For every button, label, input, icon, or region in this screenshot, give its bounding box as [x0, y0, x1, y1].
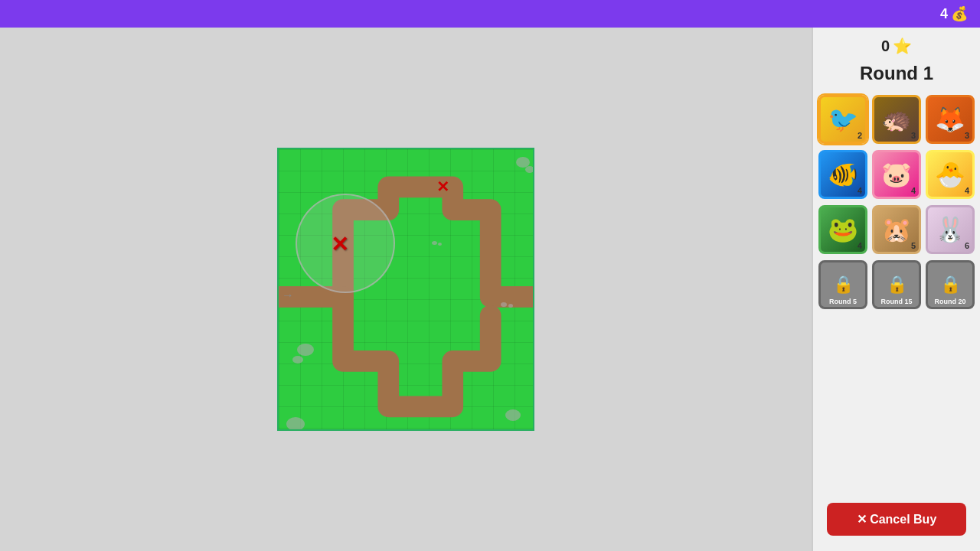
character-row-3: 🐸 4 🐹 5 🐰 6	[818, 205, 975, 254]
decoration-stone	[297, 344, 314, 356]
char-badge-hedgehog: 3	[911, 131, 916, 140]
char-emoji-bunny: 🐰	[935, 217, 965, 242]
locked-card-round5: 🔒 Round 5	[818, 260, 867, 309]
decoration-stone	[505, 409, 521, 421]
char-badge-fox: 3	[965, 131, 969, 140]
char-emoji-fox: 🦊	[935, 107, 965, 132]
map-path-svg	[279, 149, 533, 429]
locked-card-round20: 🔒 Round 20	[926, 260, 975, 309]
char-badge-chick: 4	[965, 186, 969, 195]
char-card-chick[interactable]: 🐣 4	[926, 150, 975, 199]
lock-icon-round20: 🔒	[940, 275, 961, 295]
lock-label-round15: Round 15	[874, 298, 919, 305]
char-emoji-hedgehog: 🦔	[881, 107, 912, 132]
decoration-stone	[286, 417, 305, 431]
currency-icon: 💰	[951, 5, 968, 22]
score-row: 0 ⭐	[881, 37, 912, 55]
locked-card-round15: 🔒 Round 15	[872, 260, 921, 309]
char-badge-bird: 2	[858, 131, 862, 140]
game-map[interactable]: ✕ → ✕	[277, 148, 534, 431]
char-card-fish[interactable]: 🐠 4	[818, 150, 867, 199]
lock-icon-round5: 🔒	[833, 275, 854, 295]
char-card-hamster[interactable]: 🐹 5	[872, 205, 921, 254]
star-icon: ⭐	[893, 37, 912, 55]
char-badge-hamster: 5	[911, 241, 916, 250]
char-badge-frog: 4	[858, 241, 862, 250]
locked-row: 🔒 Round 5 🔒 Round 15 🔒 Round 20	[818, 260, 975, 309]
lock-label-round20: Round 20	[928, 298, 972, 305]
char-badge-pig: 4	[911, 186, 916, 195]
top-bar: 4 💰	[0, 0, 980, 28]
currency-display: 4 💰	[940, 5, 968, 22]
char-emoji-pig: 🐷	[881, 162, 912, 187]
char-emoji-fish: 🐠	[828, 162, 858, 187]
char-card-frog[interactable]: 🐸 4	[818, 205, 867, 254]
char-badge-fish: 4	[858, 186, 862, 195]
lock-label-round5: Round 5	[821, 298, 865, 305]
char-card-fox[interactable]: 🦊 3	[926, 95, 975, 144]
character-row-2: 🐠 4 🐷 4 🐣 4	[818, 150, 975, 199]
game-area: ✕ → ✕	[0, 28, 812, 551]
char-emoji-chick: 🐣	[935, 162, 965, 187]
char-card-bunny[interactable]: 🐰 6	[926, 205, 975, 254]
currency-value: 4	[940, 6, 948, 22]
sidebar: 0 ⭐ Round 1 🐦 2 🦔 3 🦊 3 🐠 4	[812, 28, 980, 551]
char-card-bird[interactable]: 🐦 2	[818, 95, 867, 144]
char-card-pig[interactable]: 🐷 4	[872, 150, 921, 199]
lock-icon-round15: 🔒	[887, 275, 907, 295]
score-value: 0	[881, 37, 890, 55]
decoration-stone	[292, 356, 303, 364]
character-row-1: 🐦 2 🦔 3 🦊 3	[818, 95, 975, 144]
round-title: Round 1	[860, 63, 933, 84]
char-emoji-bird: 🐦	[828, 107, 858, 132]
char-emoji-hamster: 🐹	[881, 217, 912, 242]
cancel-buy-button[interactable]: ✕ Cancel Buy	[827, 503, 966, 536]
char-emoji-frog: 🐸	[828, 217, 858, 242]
char-card-hedgehog[interactable]: 🦔 3	[872, 95, 921, 144]
char-badge-bunny: 6	[965, 241, 969, 250]
decoration-stone	[525, 166, 534, 173]
